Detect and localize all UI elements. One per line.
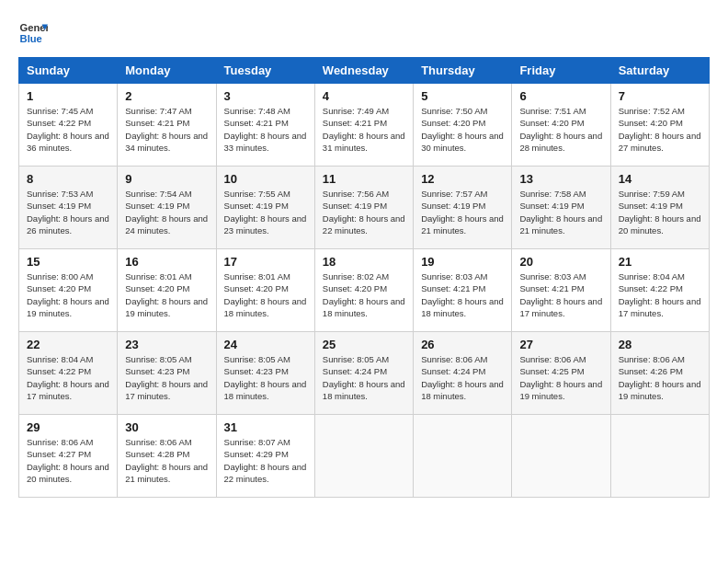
day-detail: Sunrise: 7:49 AM Sunset: 4:21 PM Dayligh… xyxy=(323,105,405,154)
day-detail: Sunrise: 7:53 AM Sunset: 4:19 PM Dayligh… xyxy=(27,188,109,236)
day-number: 13 xyxy=(519,172,602,186)
day-detail: Sunrise: 7:55 AM Sunset: 4:19 PM Dayligh… xyxy=(224,188,307,236)
day-detail: Sunrise: 7:54 AM Sunset: 4:19 PM Dayligh… xyxy=(125,188,208,236)
day-number: 12 xyxy=(421,172,504,186)
calendar-cell xyxy=(512,415,610,498)
calendar-week-row: 1 Sunrise: 7:45 AM Sunset: 4:22 PM Dayli… xyxy=(19,84,710,167)
calendar-cell: 22 Sunrise: 8:04 AM Sunset: 4:22 PM Dayl… xyxy=(19,332,118,415)
weekday-header: Tuesday xyxy=(216,58,314,84)
day-number: 27 xyxy=(519,338,602,351)
day-detail: Sunrise: 8:05 AM Sunset: 4:23 PM Dayligh… xyxy=(224,353,307,402)
day-detail: Sunrise: 8:07 AM Sunset: 4:29 PM Dayligh… xyxy=(224,436,307,485)
calendar-cell: 3 Sunrise: 7:48 AM Sunset: 4:21 PM Dayli… xyxy=(216,84,314,167)
calendar-cell: 5 Sunrise: 7:50 AM Sunset: 4:20 PM Dayli… xyxy=(414,84,512,167)
day-number: 17 xyxy=(224,255,307,269)
day-detail: Sunrise: 7:56 AM Sunset: 4:19 PM Dayligh… xyxy=(323,188,405,236)
day-detail: Sunrise: 8:03 AM Sunset: 4:21 PM Dayligh… xyxy=(421,270,504,319)
day-detail: Sunrise: 7:57 AM Sunset: 4:19 PM Dayligh… xyxy=(421,188,504,236)
day-detail: Sunrise: 7:58 AM Sunset: 4:19 PM Dayligh… xyxy=(519,188,602,236)
day-number: 9 xyxy=(125,172,208,186)
weekday-header: Saturday xyxy=(610,58,709,84)
page-header: General Blue xyxy=(18,18,710,48)
calendar-cell xyxy=(610,415,709,498)
day-detail: Sunrise: 7:47 AM Sunset: 4:21 PM Dayligh… xyxy=(125,105,208,154)
weekday-header: Thursday xyxy=(414,58,512,84)
calendar-cell: 14 Sunrise: 7:59 AM Sunset: 4:19 PM Dayl… xyxy=(610,167,709,249)
calendar-cell: 31 Sunrise: 8:07 AM Sunset: 4:29 PM Dayl… xyxy=(216,415,314,498)
calendar-cell: 16 Sunrise: 8:01 AM Sunset: 4:20 PM Dayl… xyxy=(118,249,216,332)
day-detail: Sunrise: 7:59 AM Sunset: 4:19 PM Dayligh… xyxy=(619,188,701,236)
calendar-cell: 17 Sunrise: 8:01 AM Sunset: 4:20 PM Dayl… xyxy=(216,249,314,332)
calendar-cell: 8 Sunrise: 7:53 AM Sunset: 4:19 PM Dayli… xyxy=(19,167,118,249)
svg-text:General: General xyxy=(20,22,48,33)
day-number: 7 xyxy=(619,89,701,103)
day-detail: Sunrise: 8:04 AM Sunset: 4:22 PM Dayligh… xyxy=(27,353,109,402)
calendar-cell: 12 Sunrise: 7:57 AM Sunset: 4:19 PM Dayl… xyxy=(414,167,512,249)
day-detail: Sunrise: 8:05 AM Sunset: 4:24 PM Dayligh… xyxy=(323,353,405,402)
day-number: 23 xyxy=(125,338,208,351)
calendar-cell: 23 Sunrise: 8:05 AM Sunset: 4:23 PM Dayl… xyxy=(118,332,216,415)
calendar-cell: 4 Sunrise: 7:49 AM Sunset: 4:21 PM Dayli… xyxy=(314,84,413,167)
day-number: 4 xyxy=(323,89,405,103)
day-detail: Sunrise: 7:52 AM Sunset: 4:20 PM Dayligh… xyxy=(619,105,701,154)
day-number: 15 xyxy=(27,255,109,269)
weekday-header: Sunday xyxy=(19,58,118,84)
day-number: 28 xyxy=(619,338,701,351)
calendar-cell: 18 Sunrise: 8:02 AM Sunset: 4:20 PM Dayl… xyxy=(314,249,413,332)
calendar-cell: 6 Sunrise: 7:51 AM Sunset: 4:20 PM Dayli… xyxy=(512,84,610,167)
weekday-header: Friday xyxy=(512,58,610,84)
calendar-week-row: 22 Sunrise: 8:04 AM Sunset: 4:22 PM Dayl… xyxy=(19,332,710,415)
day-detail: Sunrise: 8:05 AM Sunset: 4:23 PM Dayligh… xyxy=(125,353,208,402)
calendar-week-row: 29 Sunrise: 8:06 AM Sunset: 4:27 PM Dayl… xyxy=(19,415,710,498)
calendar-cell: 21 Sunrise: 8:04 AM Sunset: 4:22 PM Dayl… xyxy=(610,249,709,332)
calendar-cell: 28 Sunrise: 8:06 AM Sunset: 4:26 PM Dayl… xyxy=(610,332,709,415)
calendar-cell: 13 Sunrise: 7:58 AM Sunset: 4:19 PM Dayl… xyxy=(512,167,610,249)
day-number: 1 xyxy=(27,89,109,103)
calendar-week-row: 8 Sunrise: 7:53 AM Sunset: 4:19 PM Dayli… xyxy=(19,167,710,249)
day-number: 19 xyxy=(421,255,504,269)
day-number: 8 xyxy=(27,172,109,186)
day-number: 11 xyxy=(323,172,405,186)
day-detail: Sunrise: 8:06 AM Sunset: 4:28 PM Dayligh… xyxy=(125,436,208,485)
calendar-table: SundayMondayTuesdayWednesdayThursdayFrid… xyxy=(18,57,710,498)
weekday-header: Monday xyxy=(118,58,216,84)
calendar-cell: 9 Sunrise: 7:54 AM Sunset: 4:19 PM Dayli… xyxy=(118,167,216,249)
day-detail: Sunrise: 7:50 AM Sunset: 4:20 PM Dayligh… xyxy=(421,105,504,154)
day-number: 18 xyxy=(323,255,405,269)
calendar-cell xyxy=(414,415,512,498)
svg-text:Blue: Blue xyxy=(20,33,42,44)
calendar-week-row: 15 Sunrise: 8:00 AM Sunset: 4:20 PM Dayl… xyxy=(19,249,710,332)
day-number: 26 xyxy=(421,338,504,351)
calendar-cell: 10 Sunrise: 7:55 AM Sunset: 4:19 PM Dayl… xyxy=(216,167,314,249)
weekday-header-row: SundayMondayTuesdayWednesdayThursdayFrid… xyxy=(19,58,710,84)
day-detail: Sunrise: 8:00 AM Sunset: 4:20 PM Dayligh… xyxy=(27,270,109,319)
day-detail: Sunrise: 7:51 AM Sunset: 4:20 PM Dayligh… xyxy=(519,105,602,154)
calendar-cell: 19 Sunrise: 8:03 AM Sunset: 4:21 PM Dayl… xyxy=(414,249,512,332)
day-detail: Sunrise: 8:06 AM Sunset: 4:25 PM Dayligh… xyxy=(519,353,602,402)
day-number: 30 xyxy=(125,420,208,434)
logo: General Blue xyxy=(18,18,48,48)
calendar-cell: 1 Sunrise: 7:45 AM Sunset: 4:22 PM Dayli… xyxy=(19,84,118,167)
day-number: 10 xyxy=(224,172,307,186)
day-detail: Sunrise: 8:06 AM Sunset: 4:26 PM Dayligh… xyxy=(619,353,701,402)
calendar-cell: 24 Sunrise: 8:05 AM Sunset: 4:23 PM Dayl… xyxy=(216,332,314,415)
calendar-cell: 15 Sunrise: 8:00 AM Sunset: 4:20 PM Dayl… xyxy=(19,249,118,332)
day-number: 25 xyxy=(323,338,405,351)
day-number: 3 xyxy=(224,89,307,103)
calendar-cell: 25 Sunrise: 8:05 AM Sunset: 4:24 PM Dayl… xyxy=(314,332,413,415)
day-number: 22 xyxy=(27,338,109,351)
calendar-cell: 27 Sunrise: 8:06 AM Sunset: 4:25 PM Dayl… xyxy=(512,332,610,415)
day-detail: Sunrise: 8:06 AM Sunset: 4:24 PM Dayligh… xyxy=(421,353,504,402)
calendar-cell: 11 Sunrise: 7:56 AM Sunset: 4:19 PM Dayl… xyxy=(314,167,413,249)
day-detail: Sunrise: 8:01 AM Sunset: 4:20 PM Dayligh… xyxy=(224,270,307,319)
day-number: 14 xyxy=(619,172,701,186)
calendar-cell: 2 Sunrise: 7:47 AM Sunset: 4:21 PM Dayli… xyxy=(118,84,216,167)
day-number: 20 xyxy=(519,255,602,269)
day-detail: Sunrise: 7:45 AM Sunset: 4:22 PM Dayligh… xyxy=(27,105,109,154)
calendar-cell: 7 Sunrise: 7:52 AM Sunset: 4:20 PM Dayli… xyxy=(610,84,709,167)
day-number: 21 xyxy=(619,255,701,269)
weekday-header: Wednesday xyxy=(314,58,413,84)
calendar-cell: 30 Sunrise: 8:06 AM Sunset: 4:28 PM Dayl… xyxy=(118,415,216,498)
day-detail: Sunrise: 8:06 AM Sunset: 4:27 PM Dayligh… xyxy=(27,436,109,485)
day-number: 6 xyxy=(519,89,602,103)
